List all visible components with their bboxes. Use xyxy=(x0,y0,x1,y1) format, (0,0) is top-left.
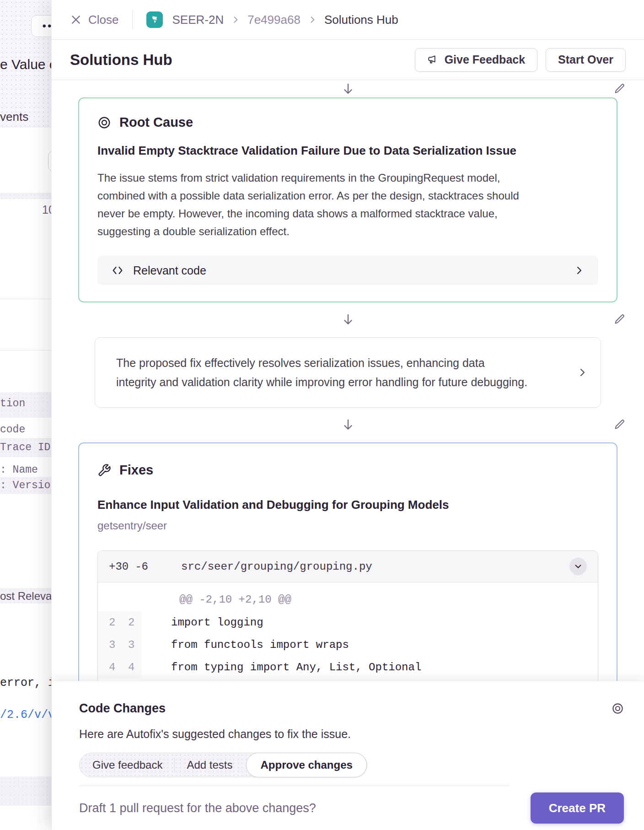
give-feedback-label: Give Feedback xyxy=(445,53,525,66)
breadcrumb-page: Solutions Hub xyxy=(324,13,398,27)
divider xyxy=(79,786,510,786)
close-button[interactable]: Close xyxy=(70,13,118,27)
fix-summary-card[interactable]: The proposed fix effectively resolves se… xyxy=(95,337,601,408)
relevant-code-expander[interactable]: Relevant code xyxy=(97,256,598,285)
chevron-right-icon xyxy=(577,367,588,378)
draft-pr-prompt: Draft 1 pull request for the above chang… xyxy=(79,801,316,815)
line-number-new: 2 xyxy=(128,616,147,629)
diff-code: from functools import wraps xyxy=(171,639,349,651)
close-label: Close xyxy=(88,13,118,27)
line-number-old: 4 xyxy=(109,661,128,674)
diff-deletions: -6 xyxy=(135,561,148,573)
edit-pencil-icon[interactable] xyxy=(613,82,626,95)
relevant-code-label: Relevant code xyxy=(133,264,206,277)
code-changes-footer: Code Changes Here are Autofix's suggeste… xyxy=(52,681,644,830)
diff-line: 3 3 from functools import wraps xyxy=(98,634,598,656)
diff-hunk-header: @@ -2,10 +2,10 @@ xyxy=(98,582,598,611)
diff-code: from typing import Any, List, Optional xyxy=(171,661,421,674)
diff-body: @@ -2,10 +2,10 @@ 2 2 import logging 3 3… xyxy=(98,582,598,697)
background-label-version: : Version xyxy=(0,480,57,491)
fix-repo: getsentry/seer xyxy=(97,519,598,532)
arrow-down-icon xyxy=(341,313,355,327)
flow-step-row xyxy=(74,418,622,432)
line-number-new: 3 xyxy=(128,639,147,651)
fixes-section-title: Fixes xyxy=(119,463,153,478)
start-over-label: Start Over xyxy=(558,53,613,66)
start-over-button[interactable]: Start Over xyxy=(546,48,626,72)
background-label-trace-id: Trace ID xyxy=(0,442,50,453)
diff-code: import logging xyxy=(171,616,263,629)
fix-heading: Enhance Input Validation and Debugging f… xyxy=(97,498,598,512)
background-tab-most-relevant[interactable]: ost Relevan xyxy=(0,590,58,603)
code-changes-title: Code Changes xyxy=(79,701,166,716)
target-icon xyxy=(612,702,624,715)
megaphone-icon xyxy=(427,54,439,66)
code-changes-subtitle: Here are Autofix's suggested changes to … xyxy=(79,728,624,741)
diff-file-header[interactable]: +30 -6 src/seer/grouping/grouping.py xyxy=(98,551,598,582)
chevron-right-icon xyxy=(574,265,585,276)
wrench-icon xyxy=(97,464,111,477)
edit-pencil-icon[interactable] xyxy=(613,313,626,325)
background-label-code: code xyxy=(0,424,25,436)
diff-line: 2 2 import logging xyxy=(98,611,598,634)
fix-summary-text: The proposed fix effectively resolves se… xyxy=(116,353,528,392)
drawer-topbar: Close SEER-2N 7e499a68 Solutions Hub xyxy=(52,0,644,40)
diff-line: 4 4 from typing import Any, List, Option… xyxy=(98,656,598,679)
flow-step-row xyxy=(74,82,622,97)
changes-action-segmented-control: Give feedback Add tests Approve changes xyxy=(79,753,367,777)
seer-logo-icon xyxy=(146,11,163,28)
root-cause-card: Root Cause Invalid Empty Stacktrace Vali… xyxy=(78,97,617,302)
create-pr-button[interactable]: Create PR xyxy=(531,792,624,824)
divider xyxy=(132,10,133,29)
line-number-old: 3 xyxy=(109,639,128,651)
arrow-down-icon xyxy=(341,418,355,432)
arrow-down-icon xyxy=(341,82,355,96)
background-label-tion: tion xyxy=(0,398,25,410)
target-icon xyxy=(97,116,111,129)
chevron-right-icon xyxy=(308,15,317,24)
page-title: Solutions Hub xyxy=(70,51,172,69)
diff-filename: src/seer/grouping/grouping.py xyxy=(181,561,372,573)
approve-changes-action[interactable]: Approve changes xyxy=(246,753,366,777)
drawer-header: Solutions Hub Give Feedback Start Over xyxy=(52,40,644,80)
give-feedback-button[interactable]: Give Feedback xyxy=(415,48,537,72)
give-feedback-action[interactable]: Give feedback xyxy=(80,759,174,771)
background-tab-events[interactable]: vents xyxy=(0,110,28,124)
edit-pencil-icon[interactable] xyxy=(613,418,626,431)
code-brackets-icon xyxy=(111,264,124,277)
diff-additions: +30 xyxy=(109,561,129,573)
close-icon xyxy=(70,14,82,26)
solutions-hub-drawer: Close SEER-2N 7e499a68 Solutions Hub Sol… xyxy=(51,0,644,830)
breadcrumb-project[interactable]: SEER-2N xyxy=(172,13,224,27)
line-number-old: 2 xyxy=(109,616,128,629)
add-tests-action[interactable]: Add tests xyxy=(175,759,244,771)
root-cause-heading: Invalid Empty Stacktrace Validation Fail… xyxy=(97,144,598,158)
line-number-new: 4 xyxy=(128,661,147,674)
chevron-right-icon xyxy=(231,15,240,24)
diff-viewer: +30 -6 src/seer/grouping/grouping.py @@ … xyxy=(97,550,598,697)
flow-step-row xyxy=(74,313,622,327)
collapse-diff-button[interactable] xyxy=(569,558,587,575)
background-label-name: : Name xyxy=(0,464,38,476)
root-cause-body: The issue stems from strict validation r… xyxy=(97,169,527,240)
root-cause-section-title: Root Cause xyxy=(119,115,193,130)
breadcrumb-run-id[interactable]: 7e499a68 xyxy=(247,13,301,27)
